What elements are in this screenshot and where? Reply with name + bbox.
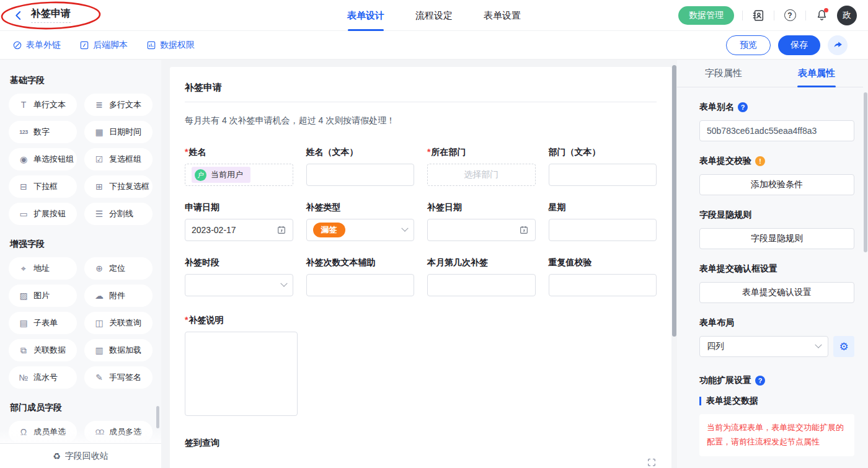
- field-item-datetime[interactable]: ▦日期时间: [84, 121, 153, 143]
- field-duplicate-check[interactable]: 重复值校验: [549, 257, 657, 296]
- location-target-icon: ⊕: [94, 263, 105, 273]
- month-count-input[interactable]: [427, 274, 536, 296]
- name-text-input[interactable]: [306, 164, 415, 186]
- field-item-extend-button[interactable]: ▭扩展按钮: [9, 203, 77, 225]
- name-field-control[interactable]: 户 当前用户: [185, 164, 293, 186]
- gear-icon: ⚙: [839, 340, 848, 353]
- field-library-sidebar: 基础字段 T单行文本 ≣多行文本 123数字 ▦日期时间 ◉单选按钮组 ☑复选框…: [0, 60, 161, 468]
- field-item-handwritten-signature[interactable]: ✎手写签名: [84, 366, 153, 389]
- canvas-scrollbar-thumb[interactable]: [672, 65, 676, 337]
- field-item-divider-line[interactable]: ☰分割线: [84, 203, 153, 225]
- help-badge-icon[interactable]: ?: [755, 376, 765, 386]
- checkbox-icon: ☑: [94, 154, 105, 164]
- field-item-image[interactable]: ▨图片: [9, 285, 77, 307]
- field-item-subform[interactable]: ▤子表单: [9, 312, 77, 334]
- duplicate-check-input[interactable]: [549, 274, 657, 296]
- field-month-count[interactable]: 本月第几次补签: [427, 257, 536, 296]
- add-validation-button[interactable]: 添加校验条件: [699, 174, 854, 195]
- sign-description-textarea[interactable]: [185, 332, 298, 416]
- enhanced-fields-grid: ⌖地址 ⊕定位 ▨图片 ☁附件 ▤子表单 ◫关联查询 ⧉关联数据 ▥数据加载 №…: [9, 257, 153, 389]
- field-weekday[interactable]: 星期: [549, 202, 657, 241]
- save-button[interactable]: 保存: [778, 35, 820, 55]
- help-badge-icon[interactable]: ?: [738, 102, 748, 112]
- department-text-input[interactable]: [549, 164, 657, 186]
- share-arrow-icon: [833, 40, 843, 50]
- form-alias-input[interactable]: 50b783ce61adc55eaa4ff8a3: [699, 120, 854, 141]
- visibility-rules-button[interactable]: 字段显隐规则: [699, 228, 854, 249]
- form-layout-label: 表单布局: [699, 317, 854, 329]
- field-sign-period[interactable]: 补签时段: [185, 257, 293, 296]
- tab-form-properties[interactable]: 表单属性: [770, 60, 863, 87]
- user-tag-avatar-icon: 户: [195, 169, 206, 181]
- sign-count-helper-input[interactable]: [306, 274, 415, 296]
- divider: [742, 11, 743, 20]
- sign-date-input[interactable]: [427, 219, 536, 241]
- data-manage-button[interactable]: 数据管理: [678, 6, 734, 25]
- canvas-form-title[interactable]: 补签申请: [185, 82, 657, 102]
- field-item-location[interactable]: ⊕定位: [84, 257, 153, 280]
- field-item-radio-group[interactable]: ◉单选按钮组: [9, 148, 77, 170]
- field-item-data-load[interactable]: ▥数据加载: [84, 339, 153, 361]
- sidebar-scrollbar[interactable]: [156, 406, 159, 428]
- data-permission-button[interactable]: 数据权限: [146, 40, 195, 51]
- field-department[interactable]: *所在部门 选择部门: [427, 147, 536, 186]
- submit-confirm-button[interactable]: 表单提交确认设置: [699, 282, 854, 303]
- field-item-multi-select[interactable]: ⊞下拉复选框: [84, 175, 153, 198]
- field-item-checkbox-group[interactable]: ☑复选框组: [84, 148, 153, 170]
- help-icon[interactable]: ?: [782, 8, 797, 23]
- notification-dot: [824, 8, 828, 12]
- field-name[interactable]: *姓名 户 当前用户: [185, 147, 293, 186]
- field-item-single-line-text[interactable]: T单行文本: [9, 94, 77, 116]
- expand-icon[interactable]: [647, 457, 657, 467]
- field-sign-count-helper[interactable]: 补签次数文本辅助: [306, 257, 415, 296]
- field-item-linked-query[interactable]: ◫关联查询: [84, 312, 153, 334]
- user-avatar[interactable]: 政: [837, 6, 857, 25]
- notification-bell-icon[interactable]: [814, 8, 829, 23]
- section-basic-fields: 基础字段: [10, 75, 153, 86]
- tab-flow-setting[interactable]: 流程设定: [415, 0, 453, 31]
- panel-scrollbar-track[interactable]: [863, 60, 868, 468]
- backend-script-button[interactable]: 后端脚本: [79, 40, 128, 51]
- field-department-text[interactable]: 部门（文本）: [549, 147, 657, 186]
- form-name-title[interactable]: 补签申请: [31, 7, 71, 23]
- department-picker[interactable]: 选择部门: [427, 164, 536, 186]
- select-icon: ⊟: [18, 182, 29, 192]
- sign-type-select[interactable]: 漏签: [306, 219, 415, 241]
- multi-text-icon: ≣: [94, 100, 105, 110]
- field-item-attachment[interactable]: ☁附件: [84, 285, 153, 307]
- field-item-linked-data[interactable]: ⧉关联数据: [9, 339, 77, 361]
- layout-select[interactable]: 四列: [699, 336, 828, 357]
- preview-button[interactable]: 预览: [726, 35, 771, 55]
- field-name-text[interactable]: 姓名（文本）: [306, 147, 415, 186]
- accent-bar: [699, 397, 701, 405]
- back-button[interactable]: [12, 9, 25, 22]
- field-item-select[interactable]: ⊟下拉框: [9, 175, 77, 198]
- chevron-down-icon: [401, 225, 408, 232]
- field-recycle-bin-button[interactable]: ♻ 字段回收站: [0, 443, 161, 468]
- share-button[interactable]: [828, 35, 848, 55]
- panel-scrollbar-thumb[interactable]: [864, 92, 867, 252]
- field-apply-date[interactable]: 申请日期 2023-02-17: [185, 202, 293, 241]
- field-sign-type[interactable]: 补签类型 漏签: [306, 202, 415, 241]
- field-item-address[interactable]: ⌖地址: [9, 257, 77, 280]
- header-left: 补签申请: [0, 7, 71, 23]
- apply-date-input[interactable]: 2023-02-17: [185, 219, 293, 241]
- weekday-input[interactable]: [549, 219, 657, 241]
- contact-book-icon[interactable]: [751, 8, 766, 23]
- tab-field-properties[interactable]: 字段属性: [677, 60, 770, 87]
- form-canvas-card: 补签申请 每月共有 4 次补签申请机会，超过 4 次则按请假处理！ *姓名 户 …: [170, 67, 671, 468]
- tab-form-design[interactable]: 表单设计: [347, 0, 384, 31]
- field-item-number[interactable]: 123数字: [9, 121, 77, 143]
- field-sign-description[interactable]: *补签说明: [185, 315, 657, 416]
- linked-data-icon: ⧉: [18, 345, 29, 356]
- field-item-serial-number[interactable]: №流水号: [9, 366, 77, 389]
- tab-form-setting[interactable]: 表单设置: [484, 0, 521, 31]
- field-sign-date[interactable]: 补签日期: [427, 202, 536, 241]
- form-external-link-button[interactable]: 表单外链: [12, 40, 61, 51]
- sign-period-select[interactable]: [185, 274, 293, 296]
- section-enhanced-fields: 增强字段: [10, 239, 153, 250]
- canvas-scrollbar-track[interactable]: [671, 60, 677, 468]
- layout-gear-button[interactable]: ⚙: [833, 336, 854, 357]
- field-item-multi-line-text[interactable]: ≣多行文本: [84, 94, 153, 116]
- form-description[interactable]: 每月共有 4 次补签申请机会，超过 4 次则按请假处理！: [185, 115, 657, 126]
